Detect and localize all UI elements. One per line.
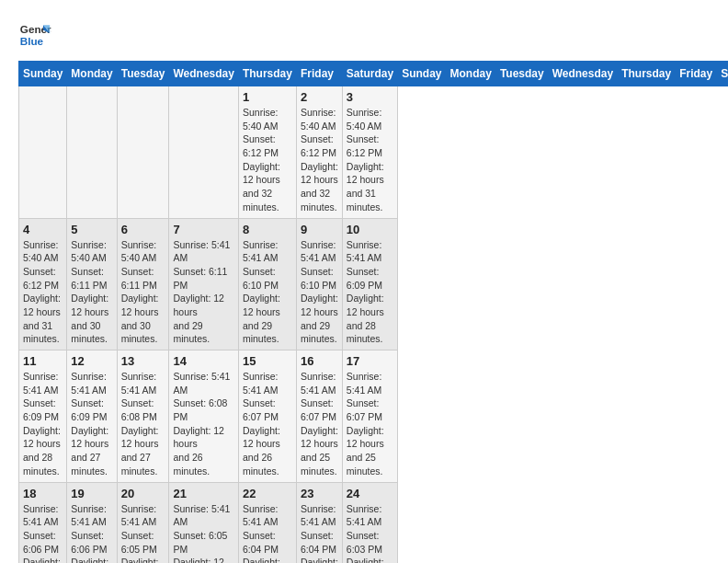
day-number: 11: [23, 354, 63, 368]
day-info: Sunrise: 5:41 AM Sunset: 6:06 PM Dayligh…: [23, 502, 63, 564]
day-info: Sunrise: 5:41 AM Sunset: 6:07 PM Dayligh…: [347, 370, 393, 478]
calendar-week-row: 18Sunrise: 5:41 AM Sunset: 6:06 PM Dayli…: [19, 482, 729, 563]
header-thursday: Thursday: [238, 62, 296, 86]
day-info: Sunrise: 5:40 AM Sunset: 6:12 PM Dayligh…: [347, 106, 393, 214]
day-info: Sunrise: 5:40 AM Sunset: 6:12 PM Dayligh…: [301, 106, 338, 214]
calendar-cell: 21Sunrise: 5:41 AM Sunset: 6:05 PM Dayli…: [169, 482, 238, 563]
header-saturday: Saturday: [342, 62, 397, 86]
calendar-cell: 15Sunrise: 5:41 AM Sunset: 6:07 PM Dayli…: [238, 350, 296, 483]
calendar-header-row: SundayMondayTuesdayWednesdayThursdayFrid…: [19, 62, 729, 86]
header-tuesday: Tuesday: [495, 62, 548, 86]
calendar-table: SundayMondayTuesdayWednesdayThursdayFrid…: [18, 61, 728, 563]
day-number: 24: [347, 487, 393, 500]
day-number: 5: [71, 223, 112, 236]
day-info: Sunrise: 5:41 AM Sunset: 6:08 PM Dayligh…: [121, 370, 165, 478]
calendar-week-row: 4Sunrise: 5:40 AM Sunset: 6:12 PM Daylig…: [19, 218, 729, 350]
calendar-week-row: 11Sunrise: 5:41 AM Sunset: 6:09 PM Dayli…: [19, 350, 729, 483]
day-number: 18: [23, 487, 63, 500]
day-info: Sunrise: 5:41 AM Sunset: 6:06 PM Dayligh…: [71, 502, 112, 564]
header-monday: Monday: [67, 62, 117, 86]
day-info: Sunrise: 5:40 AM Sunset: 6:11 PM Dayligh…: [71, 238, 112, 347]
header-tuesday: Tuesday: [117, 62, 169, 86]
day-number: 9: [301, 223, 338, 236]
calendar-cell: [117, 86, 169, 219]
day-number: 15: [243, 354, 292, 368]
day-info: Sunrise: 5:41 AM Sunset: 6:04 PM Dayligh…: [301, 502, 338, 564]
calendar-cell: 13Sunrise: 5:41 AM Sunset: 6:08 PM Dayli…: [117, 350, 169, 483]
calendar-cell: 20Sunrise: 5:41 AM Sunset: 6:05 PM Dayli…: [117, 482, 169, 563]
header-monday: Monday: [446, 62, 495, 86]
header: General Blue: [18, 18, 710, 52]
day-info: Sunrise: 5:41 AM Sunset: 6:05 PM Dayligh…: [173, 502, 233, 564]
calendar-cell: 3Sunrise: 5:40 AM Sunset: 6:12 PM Daylig…: [342, 86, 397, 219]
header-sunday: Sunday: [19, 62, 67, 86]
day-info: Sunrise: 5:41 AM Sunset: 6:08 PM Dayligh…: [173, 370, 233, 478]
header-thursday: Thursday: [618, 62, 676, 86]
calendar-cell: 24Sunrise: 5:41 AM Sunset: 6:03 PM Dayli…: [342, 482, 397, 563]
day-number: 6: [121, 223, 165, 236]
logo-icon: General Blue: [18, 18, 51, 52]
calendar-cell: 18Sunrise: 5:41 AM Sunset: 6:06 PM Dayli…: [19, 482, 67, 563]
header-friday: Friday: [676, 62, 717, 86]
day-info: Sunrise: 5:40 AM Sunset: 6:12 PM Dayligh…: [23, 238, 63, 347]
calendar-cell: 22Sunrise: 5:41 AM Sunset: 6:04 PM Dayli…: [238, 482, 296, 563]
day-info: Sunrise: 5:40 AM Sunset: 6:11 PM Dayligh…: [121, 238, 165, 347]
day-number: 7: [173, 223, 233, 236]
day-number: 3: [347, 90, 393, 104]
day-info: Sunrise: 5:41 AM Sunset: 6:04 PM Dayligh…: [243, 502, 292, 564]
header-sunday: Sunday: [398, 62, 446, 86]
calendar-cell: 14Sunrise: 5:41 AM Sunset: 6:08 PM Dayli…: [169, 350, 238, 483]
calendar-cell: 4Sunrise: 5:40 AM Sunset: 6:12 PM Daylig…: [19, 218, 67, 350]
day-info: Sunrise: 5:41 AM Sunset: 6:09 PM Dayligh…: [23, 370, 63, 478]
calendar-cell: 11Sunrise: 5:41 AM Sunset: 6:09 PM Dayli…: [19, 350, 67, 483]
svg-text:Blue: Blue: [20, 35, 44, 47]
day-info: Sunrise: 5:41 AM Sunset: 6:10 PM Dayligh…: [243, 238, 292, 347]
day-number: 4: [23, 223, 63, 236]
day-info: Sunrise: 5:41 AM Sunset: 6:07 PM Dayligh…: [301, 370, 338, 478]
header-friday: Friday: [296, 62, 342, 86]
day-info: Sunrise: 5:41 AM Sunset: 6:09 PM Dayligh…: [71, 370, 112, 478]
calendar-cell: [67, 86, 117, 219]
calendar-cell: 6Sunrise: 5:40 AM Sunset: 6:11 PM Daylig…: [117, 218, 169, 350]
day-number: 14: [173, 354, 233, 368]
day-number: 17: [347, 354, 393, 368]
day-info: Sunrise: 5:41 AM Sunset: 6:05 PM Dayligh…: [121, 502, 165, 564]
day-info: Sunrise: 5:40 AM Sunset: 6:12 PM Dayligh…: [243, 106, 292, 214]
calendar-cell: 23Sunrise: 5:41 AM Sunset: 6:04 PM Dayli…: [296, 482, 342, 563]
calendar-cell: 12Sunrise: 5:41 AM Sunset: 6:09 PM Dayli…: [67, 350, 117, 483]
calendar-cell: [19, 86, 67, 219]
day-number: 1: [243, 90, 292, 104]
logo: General Blue: [18, 18, 55, 52]
day-number: 2: [301, 90, 338, 104]
header-wednesday: Wednesday: [548, 62, 617, 86]
day-number: 20: [121, 487, 165, 500]
calendar-cell: 17Sunrise: 5:41 AM Sunset: 6:07 PM Dayli…: [342, 350, 397, 483]
day-number: 21: [173, 487, 233, 500]
day-info: Sunrise: 5:41 AM Sunset: 6:07 PM Dayligh…: [243, 370, 292, 478]
header-saturday: Saturday: [717, 62, 728, 86]
calendar-cell: 7Sunrise: 5:41 AM Sunset: 6:11 PM Daylig…: [169, 218, 238, 350]
calendar-cell: 2Sunrise: 5:40 AM Sunset: 6:12 PM Daylig…: [296, 86, 342, 219]
day-info: Sunrise: 5:41 AM Sunset: 6:03 PM Dayligh…: [347, 502, 393, 564]
calendar-cell: 16Sunrise: 5:41 AM Sunset: 6:07 PM Dayli…: [296, 350, 342, 483]
day-info: Sunrise: 5:41 AM Sunset: 6:09 PM Dayligh…: [347, 238, 393, 347]
calendar-cell: 8Sunrise: 5:41 AM Sunset: 6:10 PM Daylig…: [238, 218, 296, 350]
day-info: Sunrise: 5:41 AM Sunset: 6:10 PM Dayligh…: [301, 238, 338, 347]
header-wednesday: Wednesday: [169, 62, 238, 86]
calendar-week-row: 1Sunrise: 5:40 AM Sunset: 6:12 PM Daylig…: [19, 86, 729, 219]
day-info: Sunrise: 5:41 AM Sunset: 6:11 PM Dayligh…: [173, 238, 233, 347]
day-number: 8: [243, 223, 292, 236]
day-number: 22: [243, 487, 292, 500]
calendar-cell: 9Sunrise: 5:41 AM Sunset: 6:10 PM Daylig…: [296, 218, 342, 350]
day-number: 16: [301, 354, 338, 368]
day-number: 12: [71, 354, 112, 368]
day-number: 23: [301, 487, 338, 500]
day-number: 10: [347, 223, 393, 236]
calendar-cell: 19Sunrise: 5:41 AM Sunset: 6:06 PM Dayli…: [67, 482, 117, 563]
day-number: 19: [71, 487, 112, 500]
calendar-cell: 10Sunrise: 5:41 AM Sunset: 6:09 PM Dayli…: [342, 218, 397, 350]
calendar-cell: [169, 86, 238, 219]
day-number: 13: [121, 354, 165, 368]
calendar-cell: 1Sunrise: 5:40 AM Sunset: 6:12 PM Daylig…: [238, 86, 296, 219]
calendar-cell: 5Sunrise: 5:40 AM Sunset: 6:11 PM Daylig…: [67, 218, 117, 350]
